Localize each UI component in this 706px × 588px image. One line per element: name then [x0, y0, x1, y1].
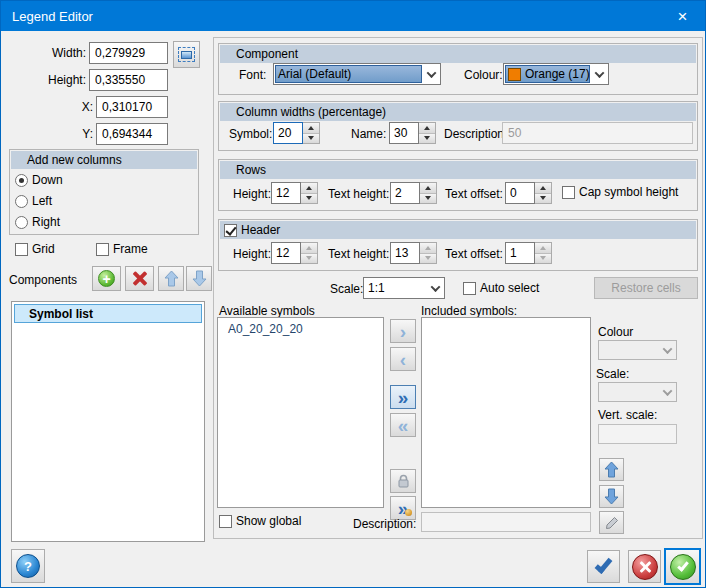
rows-height-label: Height: — [233, 187, 271, 201]
name-width-spinner[interactable] — [389, 122, 436, 144]
rows-text-height-input[interactable] — [390, 182, 420, 204]
cancel-button[interactable] — [628, 550, 661, 583]
colour-combobox[interactable]: Orange (17) — [503, 63, 609, 85]
available-symbols-list[interactable]: A0_20_20_20 — [217, 317, 384, 508]
included-symbols-list[interactable] — [421, 317, 591, 508]
header-checkbox[interactable]: Header — [224, 223, 280, 237]
spin-down-button[interactable] — [535, 254, 551, 264]
apply-button[interactable] — [587, 550, 620, 583]
rows-text-height-spinner[interactable] — [390, 182, 437, 204]
add-component-button[interactable]: + — [92, 266, 121, 291]
chevron-down-icon[interactable] — [423, 64, 440, 84]
spin-down-button[interactable] — [301, 254, 317, 264]
header-text-height-label: Text height: — [328, 247, 389, 261]
close-button[interactable]: × — [660, 1, 705, 31]
header-text-offset-spinner[interactable] — [505, 242, 552, 264]
radio-right[interactable]: Right — [15, 215, 60, 229]
spin-up-button[interactable] — [535, 183, 551, 194]
spin-up-button[interactable] — [301, 243, 317, 254]
y-input[interactable] — [96, 123, 168, 145]
legend-editor-dialog: Legend Editor × Width: Height: X: Y: Add… — [0, 0, 706, 588]
grid-checkbox-box — [15, 243, 28, 256]
header-text-offset-input[interactable] — [505, 242, 535, 264]
chevron-down-icon[interactable] — [427, 278, 444, 298]
chevron-down-icon[interactable] — [591, 64, 608, 84]
rows-height-spinner[interactable] — [271, 182, 318, 204]
show-global-checkbox[interactable]: Show global — [219, 514, 301, 528]
components-list[interactable]: Symbol list — [11, 301, 205, 542]
help-icon: ? — [16, 554, 40, 578]
spin-down-button[interactable] — [535, 194, 551, 204]
spin-down-button[interactable] — [420, 254, 436, 264]
title-bar[interactable]: Legend Editor — [1, 1, 705, 31]
cap-symbol-height-label: Cap symbol height — [579, 185, 678, 199]
cap-symbol-height-checkbox[interactable]: Cap symbol height — [562, 185, 678, 199]
spin-up-button[interactable] — [303, 123, 319, 134]
spin-up-button[interactable] — [419, 123, 435, 134]
radio-down[interactable]: Down — [15, 173, 63, 187]
symbol-scale-label: Scale: — [596, 367, 629, 381]
symbol-width-input[interactable] — [273, 122, 303, 144]
column-widths-title: Column widths (percentage) — [236, 105, 386, 119]
rows-text-offset-spinner[interactable] — [505, 182, 552, 204]
x-input[interactable] — [96, 96, 168, 118]
components-label: Components — [9, 273, 77, 287]
radio-left[interactable]: Left — [15, 194, 52, 208]
move-symbol-down-button[interactable] — [599, 485, 624, 508]
description-width-label: Description: — [444, 127, 507, 141]
grid-checkbox[interactable]: Grid — [15, 242, 55, 256]
move-symbol-up-button[interactable] — [599, 458, 624, 481]
auto-select-checkbox[interactable]: Auto select — [463, 281, 539, 295]
available-symbol-item[interactable]: A0_20_20_20 — [218, 318, 383, 336]
delete-component-button[interactable] — [125, 266, 154, 291]
spin-down-button[interactable] — [419, 134, 435, 144]
header-text-height-spinner[interactable] — [390, 242, 437, 264]
font-label: Font: — [239, 68, 266, 82]
help-button[interactable]: ? — [11, 549, 45, 583]
header-height-input[interactable] — [271, 242, 301, 264]
components-list-selected-item[interactable]: Symbol list — [14, 304, 202, 323]
name-width-label: Name: — [351, 127, 386, 141]
symbol-list-item-label: Symbol list — [29, 307, 93, 321]
add-new-columns-title: Add new columns — [27, 153, 122, 167]
add-symbol-button[interactable]: › — [390, 319, 416, 343]
symbol-colour-combobox[interactable] — [598, 340, 677, 360]
spin-down-button[interactable] — [303, 134, 319, 144]
height-input[interactable] — [89, 69, 168, 91]
spin-up-button[interactable] — [420, 183, 436, 194]
header-text-height-input[interactable] — [390, 242, 420, 264]
select-extent-button[interactable] — [173, 41, 200, 68]
lock-symbols-button[interactable] — [390, 469, 416, 493]
symbol-description-label: Description: — [353, 517, 416, 531]
symbol-scale-combobox[interactable] — [598, 382, 677, 402]
edit-description-button[interactable] — [599, 511, 624, 534]
arrow-up-icon — [164, 270, 179, 287]
spin-up-button[interactable] — [535, 243, 551, 254]
header-height-spinner[interactable] — [271, 242, 318, 264]
spin-up-button[interactable] — [301, 183, 317, 194]
move-component-down-button[interactable] — [186, 266, 212, 291]
symbol-width-spinner[interactable] — [273, 122, 320, 144]
remove-symbol-button[interactable]: ‹ — [390, 347, 416, 371]
rows-text-offset-input[interactable] — [505, 182, 535, 204]
spin-down-button[interactable] — [301, 194, 317, 204]
available-symbols-label: Available symbols — [219, 304, 315, 318]
spin-up-button[interactable] — [420, 243, 436, 254]
restore-cells-label: Restore cells — [611, 281, 680, 295]
rows-text-offset-label: Text offset: — [445, 187, 503, 201]
remove-all-symbols-button[interactable]: « — [390, 413, 416, 437]
rows-height-input[interactable] — [271, 182, 301, 204]
ok-button[interactable] — [664, 548, 701, 585]
restore-cells-button[interactable]: Restore cells — [594, 277, 698, 299]
font-combobox[interactable]: Arial (Default) — [273, 63, 441, 85]
spin-buttons — [301, 182, 318, 204]
move-component-up-button[interactable] — [158, 266, 184, 291]
globe-dot-icon — [405, 509, 412, 516]
frame-checkbox[interactable]: Frame — [96, 242, 148, 256]
add-all-symbols-button[interactable]: » — [390, 385, 416, 409]
width-input[interactable] — [89, 42, 168, 64]
spin-down-button[interactable] — [420, 194, 436, 204]
header-checkbox-box — [224, 224, 237, 237]
name-width-input[interactable] — [389, 122, 419, 144]
scale-combobox[interactable]: 1:1 — [363, 277, 445, 299]
